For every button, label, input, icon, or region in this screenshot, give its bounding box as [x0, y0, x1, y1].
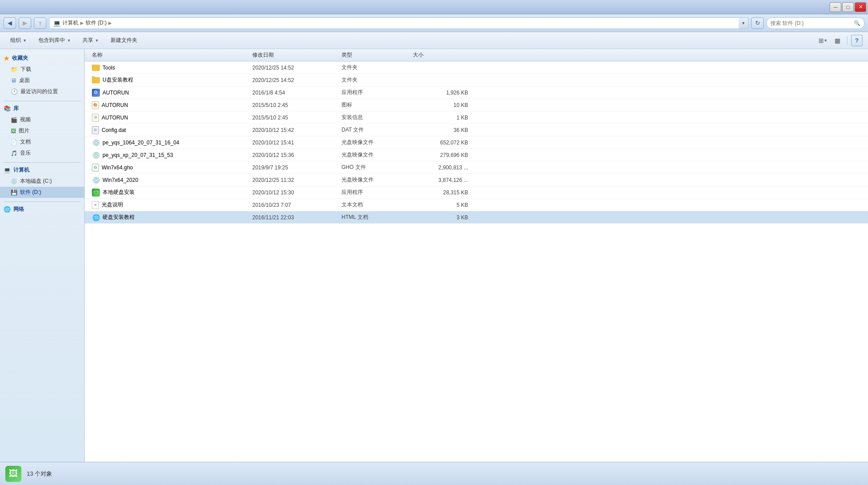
sidebar-divider-3 [4, 201, 81, 202]
file-type-cell: 光盘映像文件 [338, 151, 409, 159]
gho-file-icon: G [92, 164, 99, 172]
column-type-header[interactable]: 类型 [338, 51, 409, 59]
close-button[interactable]: ✕ [855, 2, 866, 12]
file-size-cell: 652,072 KB [409, 140, 472, 146]
file-date-cell: 2015/5/10 2:45 [249, 102, 338, 108]
file-list: Tools 2020/12/25 14:52 文件夹 U盘安装教程 2020/1… [85, 62, 868, 462]
minimize-button[interactable]: ─ [830, 2, 841, 12]
organize-button[interactable]: 组织 ▼ [5, 34, 32, 47]
table-row[interactable]: 💿 Win7x64_2020 2020/12/25 11:32 光盘映像文件 3… [85, 174, 868, 186]
sidebar-item-music[interactable]: 🎵 音乐 [0, 148, 84, 159]
file-name-text: 光盘说明 [102, 201, 123, 209]
table-row[interactable]: Tools 2020/12/25 14:52 文件夹 [85, 62, 868, 74]
sidebar-item-drive-d[interactable]: 💾 软件 (D:) [0, 187, 84, 198]
layout-view-button[interactable]: ▦ [831, 35, 843, 46]
breadcrumb[interactable]: 💻 计算机 ▶ 软件 (D:) ▶ [49, 17, 739, 29]
search-icon: 🔍 [854, 20, 860, 26]
computer-sidebar-icon: 💻 [4, 167, 11, 173]
toolbar: 组织 ▼ 包含到库中 ▼ 共享 ▼ 新建文件夹 ⊞ ▼ ▦ ? [0, 32, 868, 49]
desktop-icon: 🖥 [11, 77, 16, 84]
table-row[interactable]: ⚙ AUTORUN 2015/5/10 2:45 安装信息 1 KB [85, 111, 868, 124]
file-name-text: Win7x64.gho [102, 164, 133, 171]
sidebar-network-header[interactable]: 🌐 网络 [0, 204, 84, 215]
file-date-cell: 2020/10/12 15:41 [249, 140, 338, 146]
refresh-button[interactable]: ↻ [751, 17, 764, 29]
search-box[interactable]: 🔍 [766, 17, 864, 29]
table-row[interactable]: 🛡 本地硬盘安装 2020/10/12 15:30 应用程序 28,315 KB [85, 186, 868, 199]
file-type-cell: HTML 文档 [338, 214, 409, 221]
file-size-cell: 1,926 KB [409, 90, 472, 96]
sidebar-item-drive-c[interactable]: 💿 本地磁盘 (C:) [0, 176, 84, 187]
star-icon: ★ [4, 55, 9, 62]
table-row[interactable]: ⚙ AUTORUN 2016/1/8 4:54 应用程序 1,926 KB [85, 86, 868, 99]
share-button[interactable]: 共享 ▼ [78, 34, 104, 47]
file-date-cell: 2020/12/25 14:52 [249, 77, 338, 83]
column-date-header[interactable]: 修改日期 [249, 51, 338, 59]
file-date-cell: 2020/10/12 15:36 [249, 152, 338, 158]
file-size-cell: 3,874,126 ... [409, 177, 472, 183]
image-file-icon: 🎨 [92, 101, 99, 109]
file-name-cell: 🎨 AUTORUN [88, 101, 249, 109]
sidebar-divider-1 [4, 101, 81, 101]
forward-icon: ▶ [23, 20, 27, 26]
file-type-cell: 应用程序 [338, 189, 409, 196]
up-button[interactable]: ↑ [34, 17, 46, 29]
file-name-cell: U盘安装教程 [88, 76, 249, 84]
file-name-cell: 💿 pe_yqs_1064_20_07_31_16_04 [88, 139, 249, 147]
column-headers: 名称 修改日期 类型 大小 [85, 49, 868, 62]
sidebar-library-header[interactable]: 📚 库 [0, 103, 84, 114]
file-size-cell: 28,315 KB [409, 189, 472, 196]
sidebar-computer-header[interactable]: 💻 计算机 [0, 164, 84, 176]
file-size-cell: 279,696 KB [409, 152, 472, 158]
iso-file-icon: 💿 [92, 139, 100, 147]
sidebar-network-section: 🌐 网络 [0, 204, 84, 215]
file-type-cell: 图标 [338, 101, 409, 109]
sidebar-item-download[interactable]: 📁 下载 [0, 64, 84, 75]
sidebar-favorites-header[interactable]: ★ 收藏夹 [0, 53, 84, 64]
column-size-header[interactable]: 大小 [409, 51, 472, 59]
table-row[interactable]: 💿 pe_yqs_1064_20_07_31_16_04 2020/10/12 … [85, 136, 868, 149]
search-input[interactable] [770, 20, 852, 26]
table-row[interactable]: 💿 pe_yqs_xp_20_07_31_15_53 2020/10/12 15… [85, 149, 868, 161]
sidebar-item-desktop[interactable]: 🖥 桌面 [0, 75, 84, 86]
file-size-cell: 36 KB [409, 127, 472, 133]
file-type-cell: 光盘映像文件 [338, 176, 409, 184]
forward-button[interactable]: ▶ [19, 17, 31, 29]
file-name-text: Config.dat [102, 127, 126, 133]
sidebar-item-doc[interactable]: 📄 文档 [0, 136, 84, 148]
newfolder-button[interactable]: 新建文件夹 [106, 34, 142, 47]
table-row[interactable]: G Win7x64.gho 2019/9/7 19:25 GHO 文件 2,90… [85, 161, 868, 174]
breadcrumb-dropdown[interactable]: ▼ [739, 17, 749, 29]
sidebar-item-recent[interactable]: 🕐 最近访问的位置 [0, 86, 84, 97]
file-name-cell: ⚙ AUTORUN [88, 89, 249, 97]
file-size-cell: 1 KB [409, 115, 472, 121]
address-bar: ◀ ▶ ↑ 💻 计算机 ▶ 软件 (D:) ▶ ▼ ↻ 🔍 [0, 14, 868, 32]
sidebar-item-image[interactable]: 🖼 图片 [0, 125, 84, 136]
table-row[interactable]: U盘安装教程 2020/12/25 14:52 文件夹 [85, 74, 868, 86]
main-area: ★ 收藏夹 📁 下载 🖥 桌面 🕐 最近访问的位置 📚 库 [0, 49, 868, 462]
table-row[interactable]: ≡ 光盘说明 2016/10/23 7:07 文本文档 5 KB [85, 199, 868, 211]
window-controls: ─ □ ✕ [830, 2, 866, 12]
sidebar-divider-2 [4, 162, 81, 163]
table-row[interactable]: 🎨 AUTORUN 2015/5/10 2:45 图标 10 KB [85, 99, 868, 111]
column-name-header[interactable]: 名称 [88, 51, 249, 59]
maximize-button[interactable]: □ [842, 2, 854, 12]
sidebar-library-section: 📚 库 🎬 视频 🖼 图片 📄 文档 🎵 音乐 [0, 103, 84, 159]
status-text: 13 个对象 [27, 470, 52, 478]
file-name-cell: ⚙ AUTORUN [88, 114, 249, 122]
table-row[interactable]: 🌐 硬盘安装教程 2016/11/21 22:03 HTML 文档 3 KB [85, 211, 868, 224]
library-label: 库 [13, 105, 19, 112]
library-arrow-icon: ▼ [67, 38, 71, 43]
file-name-text: pe_yqs_1064_20_07_31_16_04 [103, 140, 179, 146]
sidebar-item-video[interactable]: 🎬 视频 [0, 114, 84, 125]
view-mode-button[interactable]: ⊞ ▼ [817, 35, 829, 46]
music-label: 音乐 [20, 149, 31, 157]
file-list-container: 名称 修改日期 类型 大小 Tools 2020/12/25 14:52 文件夹 [85, 49, 868, 462]
doc-icon: 📄 [11, 139, 17, 145]
status-icon-image: 🖼 [9, 469, 18, 479]
help-button[interactable]: ? [851, 35, 863, 46]
back-button[interactable]: ◀ [4, 17, 16, 29]
file-type-cell: 文件夹 [338, 76, 409, 84]
library-button[interactable]: 包含到库中 ▼ [33, 34, 76, 47]
table-row[interactable]: D Config.dat 2020/10/12 15:42 DAT 文件 36 … [85, 124, 868, 136]
